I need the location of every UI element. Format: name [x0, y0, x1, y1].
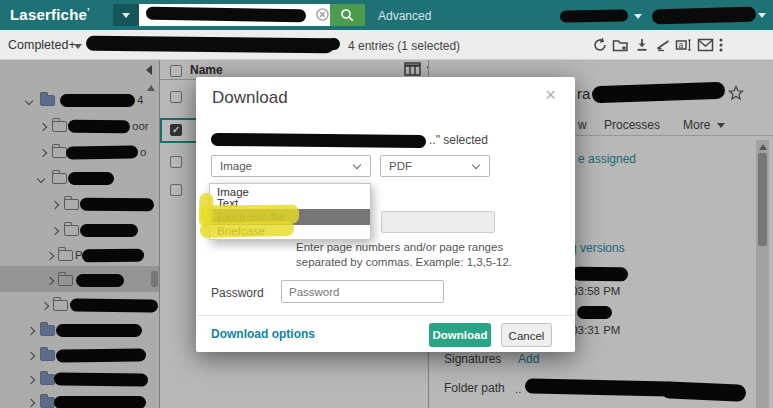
- pages-input[interactable]: [381, 211, 495, 233]
- dropdown-option-image[interactable]: Image: [210, 184, 370, 197]
- chevron-down-icon: [353, 161, 361, 169]
- entry-toolbar: Completed+ 4 entries (1 selected) a: [0, 30, 773, 60]
- pages-help-line1: Enter page numbers and/or page ranges: [296, 241, 503, 253]
- clear-search-icon[interactable]: [316, 8, 329, 21]
- download-confirm-button[interactable]: Download: [429, 323, 491, 347]
- redaction: [211, 133, 426, 148]
- laserfiche-app: Laserfiche’ Advanced Completed+: [0, 0, 773, 408]
- download-options-link[interactable]: Download options: [211, 327, 315, 341]
- format-select[interactable]: Image: [211, 155, 371, 177]
- cancel-button[interactable]: Cancel: [501, 323, 552, 347]
- footer-divider: [196, 315, 575, 316]
- filetype-select[interactable]: PDF: [380, 155, 490, 177]
- format-select-value: Image: [220, 160, 252, 172]
- selected-file-text: .." selected: [429, 133, 488, 147]
- refresh-button[interactable]: [592, 37, 608, 53]
- chevron-down-icon: [758, 13, 766, 18]
- password-label: Password: [211, 286, 264, 300]
- svg-text:a: a: [679, 40, 684, 50]
- highlight-annotation: [198, 193, 213, 227]
- breadcrumb[interactable]: Completed+: [8, 38, 76, 52]
- more-options-button[interactable]: [718, 37, 724, 53]
- redaction: [146, 7, 306, 23]
- user-account-menu[interactable]: [648, 2, 768, 28]
- search-input[interactable]: [139, 4, 330, 26]
- password-input[interactable]: [281, 280, 444, 303]
- breadcrumb-chevron-icon: [74, 44, 82, 49]
- display-menu[interactable]: [556, 4, 646, 28]
- sign-pen-button[interactable]: [655, 37, 672, 53]
- advanced-search-link[interactable]: Advanced: [378, 9, 431, 23]
- chevron-down-icon: [122, 13, 130, 18]
- close-icon[interactable]: ×: [545, 84, 556, 106]
- search-icon: [340, 8, 355, 23]
- dialog-title: Download: [212, 88, 288, 108]
- redaction: [560, 9, 628, 22]
- logo-mark: ’: [87, 6, 90, 16]
- filetype-select-value: PDF: [389, 160, 412, 172]
- laserfiche-logo: Laserfiche’: [10, 6, 90, 23]
- chevron-down-icon: [472, 161, 480, 169]
- redaction: [86, 36, 334, 54]
- pages-help-line2: separated by commas. Example: 1,3,5-12.: [296, 256, 512, 268]
- top-bar: Laserfiche’ Advanced: [0, 0, 773, 30]
- download-button-toolbar[interactable]: [634, 37, 650, 53]
- search-scope-dropdown[interactable]: [113, 4, 139, 26]
- email-button[interactable]: [697, 38, 714, 52]
- search-button[interactable]: [330, 4, 365, 26]
- highlight-annotation: [200, 221, 294, 238]
- rename-button[interactable]: a: [675, 37, 693, 53]
- redaction: [652, 7, 756, 25]
- entries-count: 4 entries (1 selected): [348, 39, 460, 53]
- redaction: [300, 38, 341, 53]
- new-folder-button[interactable]: [612, 37, 629, 53]
- chevron-down-icon: [634, 14, 642, 19]
